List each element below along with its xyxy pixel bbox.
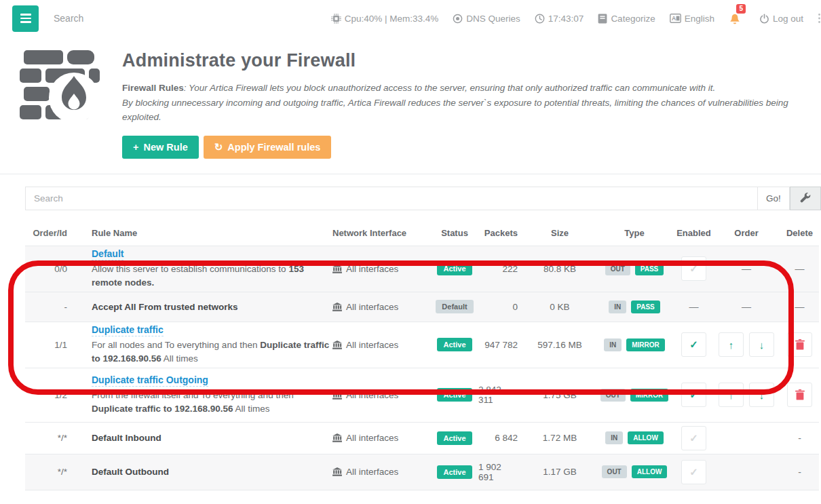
move-down-button[interactable]: ↓ bbox=[749, 332, 774, 357]
intro-lead: Firewall Rules bbox=[122, 83, 184, 93]
no-value-dash: — bbox=[689, 301, 699, 312]
cell-enabled: ✓ bbox=[675, 332, 712, 357]
enable-toggle-button[interactable]: ✓ bbox=[681, 383, 706, 407]
column-header-type: Type bbox=[594, 228, 675, 238]
table-row: */*Default OutboundAll interfacesActive1… bbox=[25, 454, 819, 490]
enable-toggle-button-disabled: ✓ bbox=[681, 256, 706, 281]
cell-enabled: ✓ bbox=[675, 256, 712, 281]
cell-network-interface: All interfaces bbox=[332, 433, 431, 443]
dns-queries-label: DNS Queries bbox=[466, 14, 520, 24]
direction-badge: OUT bbox=[605, 263, 630, 275]
navbar-right-group: Cpu:40% | Mem:33.4% DNS Queries 17:43:07… bbox=[331, 12, 821, 24]
network-interface-icon bbox=[332, 391, 342, 400]
search-go-button[interactable]: Go! bbox=[758, 187, 790, 210]
notification-count-badge: 5 bbox=[736, 4, 746, 14]
delete-rule-button[interactable] bbox=[787, 383, 812, 407]
cell-type: OUTPASS bbox=[594, 263, 675, 275]
order-id-value: */* bbox=[58, 467, 67, 477]
cell-status: Active bbox=[431, 465, 478, 479]
rule-description: From the firewall itself and To everythi… bbox=[92, 389, 332, 416]
refresh-icon: ↻ bbox=[214, 141, 223, 153]
cell-type: INPASS bbox=[594, 301, 675, 313]
cell-order-id: 0/0 bbox=[25, 264, 67, 274]
arrow-up-icon: ↑ bbox=[729, 389, 734, 401]
cell-type: OUTALLOW bbox=[594, 465, 675, 478]
new-rule-button[interactable]: + New Rule bbox=[122, 136, 199, 159]
cell-packets: 947 782 bbox=[478, 340, 526, 350]
system-stats[interactable]: Cpu:40% | Mem:33.4% bbox=[331, 14, 439, 24]
logout-menu[interactable]: Log out bbox=[759, 14, 803, 24]
interface-label: All interfaces bbox=[346, 390, 398, 400]
column-header-order-id: Order/Id bbox=[25, 228, 67, 238]
interface-label: All interfaces bbox=[346, 467, 398, 477]
cpu-mem-label: Cpu:40% | Mem:33.4% bbox=[345, 14, 439, 24]
new-rule-label: New Rule bbox=[143, 142, 187, 153]
status-badge: Default bbox=[436, 300, 473, 313]
dns-queries-menu[interactable]: DNS Queries bbox=[453, 14, 520, 24]
rule-name-link[interactable]: Duplicate traffic bbox=[92, 324, 164, 336]
cell-type: OUTMIRROR bbox=[594, 389, 675, 402]
cell-status: Active bbox=[431, 388, 478, 402]
apply-firewall-rules-button[interactable]: ↻ Apply Firewall rules bbox=[204, 136, 332, 159]
logout-label: Log out bbox=[773, 14, 803, 24]
enable-toggle-button[interactable]: ✓ bbox=[681, 332, 706, 357]
cell-rule-name: DefaultAllow this server to establish co… bbox=[67, 248, 332, 290]
order-id-value: 1/2 bbox=[54, 390, 67, 400]
cell-size: 80.8 KB bbox=[526, 264, 594, 274]
time-label: 17:43:07 bbox=[548, 14, 584, 24]
cell-type: INALLOW bbox=[594, 431, 675, 444]
enable-toggle-button-disabled: ✓ bbox=[681, 460, 706, 484]
notifications-bell[interactable]: 5 bbox=[729, 12, 741, 24]
packets-value: 1 902 691 bbox=[478, 462, 518, 482]
cell-rule-name: Accept All From trusted networks bbox=[67, 302, 332, 312]
cell-size: 1.75 GB bbox=[526, 390, 594, 400]
rule-name-link[interactable]: Duplicate traffic Outgoing bbox=[92, 374, 208, 387]
rule-description: For all nodes and To everything and then… bbox=[92, 338, 332, 366]
column-header-status: Status bbox=[431, 228, 478, 238]
column-header-size: Size bbox=[526, 228, 594, 238]
menu-toggle-button[interactable] bbox=[12, 5, 39, 32]
cell-rule-name: Default Inbound bbox=[67, 433, 332, 443]
cell-enabled: ✓ bbox=[675, 383, 712, 407]
check-icon: ✓ bbox=[689, 432, 698, 444]
grip-dots-icon[interactable] bbox=[818, 13, 821, 24]
rule-name-link[interactable]: Default bbox=[92, 248, 123, 260]
page-title: Administrate your Firewall bbox=[122, 50, 801, 71]
table-search-input[interactable] bbox=[25, 187, 758, 210]
navbar-search-input[interactable] bbox=[54, 13, 183, 24]
intro-line-1: : Your Artica Firewall lets you block un… bbox=[184, 83, 715, 93]
cell-enabled: ✓ bbox=[675, 460, 712, 484]
cell-size: 1.17 GB bbox=[526, 467, 594, 477]
table-header-row: Order/IdRule NameNetwork InterfaceStatus… bbox=[25, 221, 819, 246]
firewall-rules-table: Order/IdRule NameNetwork InterfaceStatus… bbox=[25, 221, 819, 490]
move-up-button[interactable]: ↑ bbox=[719, 383, 744, 407]
check-icon: ✓ bbox=[689, 466, 698, 478]
table-settings-button[interactable] bbox=[790, 187, 821, 210]
table-row: -Accept All From trusted networksAll int… bbox=[25, 292, 819, 322]
top-navbar: Cpu:40% | Mem:33.4% DNS Queries 17:43:07… bbox=[0, 0, 821, 37]
no-value-dash: — bbox=[742, 263, 751, 274]
cell-status: Default bbox=[431, 300, 478, 313]
size-value: 80.8 KB bbox=[543, 264, 576, 274]
direction-badge: IN bbox=[605, 431, 623, 444]
page-header: Administrate your Firewall Firewall Rule… bbox=[0, 37, 821, 174]
categorize-menu[interactable]: Categorize bbox=[598, 14, 655, 24]
cell-order: — bbox=[712, 301, 780, 312]
action-badge: ALLOW bbox=[628, 431, 664, 444]
cell-network-interface: All interfaces bbox=[332, 264, 431, 274]
table-row: 1/1Duplicate trafficFor all nodes and To… bbox=[25, 322, 819, 368]
packets-value: 222 bbox=[502, 264, 518, 274]
cell-size: 0 KB bbox=[526, 302, 594, 312]
packets-value: 947 782 bbox=[484, 340, 518, 350]
move-down-button[interactable]: ↓ bbox=[749, 383, 774, 407]
clock-display[interactable]: 17:43:07 bbox=[535, 14, 584, 24]
cell-delete bbox=[780, 383, 819, 407]
cell-rule-name: Default Outbound bbox=[67, 467, 332, 477]
move-up-button[interactable]: ↑ bbox=[719, 332, 744, 357]
direction-badge: IN bbox=[609, 301, 626, 313]
intro-line-2: By blocking unnecessary incoming and out… bbox=[122, 98, 788, 123]
language-menu[interactable]: A English bbox=[670, 14, 714, 24]
no-value-dash: — bbox=[742, 301, 751, 312]
size-value: 1.72 MB bbox=[543, 433, 577, 443]
delete-rule-button[interactable] bbox=[787, 332, 812, 357]
